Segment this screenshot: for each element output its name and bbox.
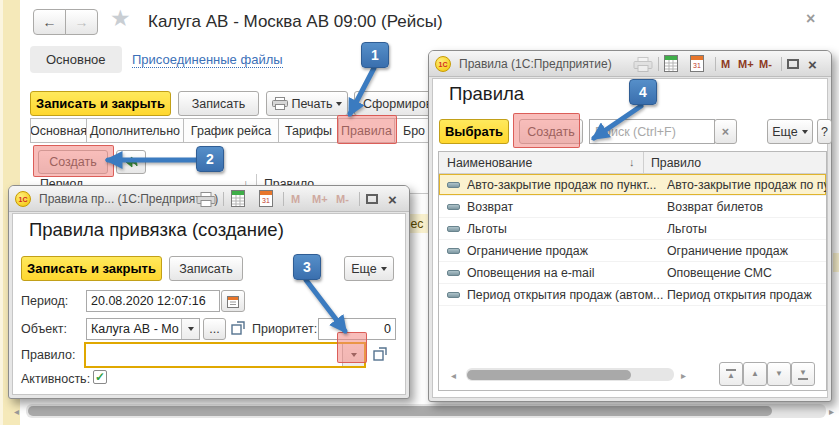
rules-table-header: Наименование ↓ Правило [439,152,826,174]
titlebar-divider [658,57,659,71]
column-name[interactable]: Наименование [447,156,532,170]
open-icon[interactable] [231,321,245,336]
printer-icon[interactable] [196,192,216,207]
close-icon[interactable]: × [388,192,397,207]
activity-checkbox[interactable]: ✓ [93,370,107,384]
search-input[interactable] [589,119,715,144]
rule-item-icon [447,182,460,188]
memory-plus-button[interactable]: M+ [738,58,754,70]
forward-arrow-icon: → [75,15,89,29]
history-nav: ← → [33,9,97,35]
tab-tarify[interactable]: Тарифы [278,118,339,143]
rules-table: Наименование ↓ Правило Авто-закрытие про… [438,151,827,391]
dialog-save-close-button[interactable]: Записать и закрыть [21,256,162,281]
column-rule[interactable]: Правило [651,156,701,170]
rule-item-icon [447,226,460,232]
binding-dialog-titlebar[interactable]: 1С Правила пр... (1С:Предприятие) 31 M M… [9,186,409,212]
tab-grafik-reisa[interactable]: График рейса [183,118,279,143]
open-icon[interactable] [373,347,387,362]
memory-button[interactable]: M [721,58,730,70]
calendar-icon[interactable]: 31 [690,55,704,72]
dropdown-icon [802,130,808,134]
close-icon[interactable]: × [808,57,817,72]
app-window: ← → ★ Калуга АВ - Москва АВ 09:00 (Рейсы… [0,0,839,425]
back-button[interactable]: ← [33,9,66,35]
calendar-icon[interactable]: 31 [259,190,273,207]
callout-badge-4: 4 [629,79,657,105]
object-label: Объект: [21,322,67,336]
table-row[interactable]: Возврат Возврат билетов [439,196,826,218]
search-clear-button[interactable]: × [714,119,737,144]
forward-button[interactable]: → [65,9,98,35]
tab-osnovnaya[interactable]: Основная [30,118,87,143]
copy-button[interactable] [116,150,146,174]
calculator-icon[interactable] [664,55,678,72]
table-hscroll-right-icon[interactable]: ▸ [681,370,686,381]
page-title: Калуга АВ - Москва АВ 09:00 (Рейсы) [148,12,443,32]
table-row[interactable]: Период открытия продаж (автом... Период … [439,284,826,306]
more-button[interactable]: Еще [767,119,813,144]
titlebar-divider [223,192,224,206]
dialog-save-button[interactable]: Записать [169,256,243,281]
main-hscroll-thumb[interactable] [28,406,772,416]
titlebar-divider [283,192,284,206]
background-row-sliver [833,253,839,272]
rule-item-icon [447,292,460,298]
hscroll-left-icon[interactable]: ◂ [14,406,19,417]
save-close-button[interactable]: Записать и закрыть [30,91,171,116]
save-button[interactable]: Записать [178,91,259,116]
help-button[interactable]: ? [817,119,832,144]
maximize-icon[interactable] [787,59,799,69]
go-last-button[interactable]: ▼ [791,362,815,386]
rule-field[interactable] [84,342,366,368]
form-close-icon[interactable]: × [806,10,815,28]
titlebar-divider [781,57,782,71]
period-label: Период: [21,294,68,308]
dropdown-icon [188,327,194,331]
memory-button[interactable]: M [291,193,300,205]
printer-icon[interactable] [633,57,653,72]
period-field[interactable]: 20.08.2020 12:07:16 [86,290,220,312]
table-row[interactable]: Ограничение продаж Ограничение продаж [439,240,826,262]
object-dropdown-button[interactable] [181,319,199,339]
object-ellipsis-button[interactable]: ... [203,318,226,340]
favorite-star-icon[interactable]: ★ [110,5,131,32]
cell-rule: Оповещение СМС [667,266,826,280]
print-button[interactable]: Печать [266,91,348,116]
table-hscrollbar[interactable] [466,368,674,381]
callout-badge-2: 2 [196,146,224,172]
table-hscroll-thumb[interactable] [467,370,631,380]
cell-rule: Период открытия продаж [667,288,826,302]
go-first-button[interactable]: ▲ [719,362,743,386]
tab-dopolnitelno[interactable]: Дополнительно [86,118,184,143]
calculator-icon[interactable] [231,190,245,207]
period-calendar-button[interactable] [221,290,245,312]
activity-label: Активность: [21,372,90,386]
maximize-icon[interactable] [366,194,378,204]
main-hscrollbar[interactable] [26,404,826,418]
more-button[interactable]: Еще [344,256,394,281]
memory-minus-button[interactable]: M- [759,58,772,70]
object-field[interactable]: Калуга АВ - Мос [86,318,200,340]
arrow-up-icon: ▲ [751,370,759,378]
go-down-button[interactable]: ▼ [767,362,791,386]
rules-dialog-titlebar[interactable]: 1С Правила (1С:Предприятие) 31 M M+ M- × [429,51,831,77]
tab-attached-files[interactable]: Присоединенные файлы [132,52,283,68]
go-up-button[interactable]: ▲ [743,362,767,386]
highlight-create-main [33,145,114,177]
cell-name: Возврат [467,200,663,214]
table-row[interactable]: Авто-закрытие продаж по пункт... Авто-за… [439,174,826,196]
tab-main[interactable]: Основное [30,46,122,73]
1c-logo-icon: 1С [15,191,31,207]
select-button[interactable]: Выбрать [439,119,509,144]
cell-name: Ограничение продаж [467,244,663,258]
memory-minus-button[interactable]: M- [336,193,349,205]
cell-rule: Ограничение продаж [667,244,826,258]
cell-name: Период открытия продаж (автом... [467,288,663,302]
more-label: Еще [772,125,797,139]
table-hscroll-left-icon[interactable]: ◂ [451,370,456,381]
table-row[interactable]: Оповещения на e-mail Оповещение СМС [439,262,826,284]
hscroll-right-icon[interactable]: ▸ [829,406,834,417]
memory-plus-button[interactable]: M+ [312,193,328,205]
table-row[interactable]: Льготы Льготы [439,218,826,240]
